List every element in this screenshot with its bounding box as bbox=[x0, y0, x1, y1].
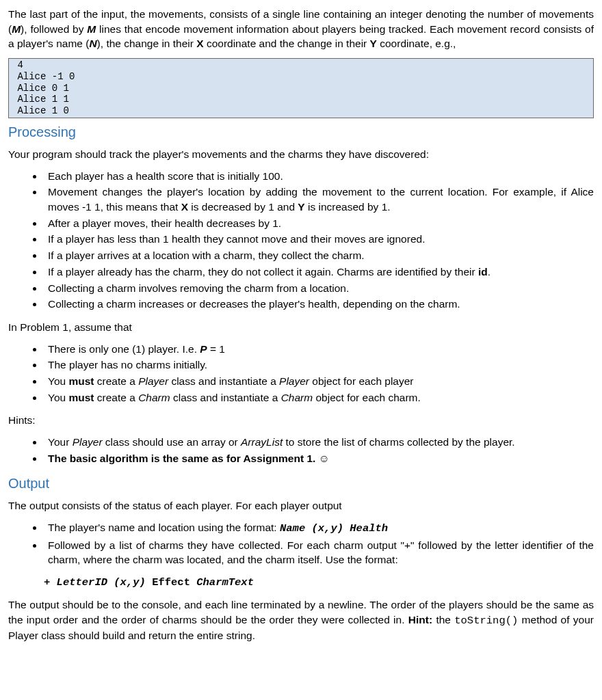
text: There is only one (1) player. I.e. bbox=[48, 343, 200, 355]
list-item: There is only one (1) player. I.e. P = 1 bbox=[44, 342, 594, 357]
output-intro: The output consists of the status of eac… bbox=[8, 498, 594, 513]
hints-list: Your Player class should use an array or… bbox=[8, 435, 594, 466]
problem1-list: There is only one (1) player. I.e. P = 1… bbox=[8, 342, 594, 405]
heading-processing: Processing bbox=[8, 122, 594, 142]
text: If a player already has the charm, they … bbox=[48, 266, 478, 278]
format-line: + LetterID (x,y) Effect CharmText bbox=[44, 576, 594, 591]
output-footer: The output should be to the console, and… bbox=[8, 597, 594, 643]
inline-tostring: toString() bbox=[454, 615, 518, 627]
param-y: Y bbox=[370, 38, 377, 49]
code-example-movements: 4 Alice -1 0 Alice 0 1 Alice 1 1 Alice 1… bbox=[8, 58, 594, 118]
hints-label: Hints: bbox=[8, 413, 594, 428]
text: You bbox=[48, 375, 68, 387]
param-m: M bbox=[12, 23, 21, 35]
param-m: M bbox=[87, 23, 96, 35]
inline-must: must bbox=[68, 392, 94, 403]
text: create a bbox=[94, 375, 139, 387]
text: coordinate, e.g., bbox=[377, 38, 456, 49]
list-item: The player has no charms initially. bbox=[44, 358, 594, 373]
inline-id: id bbox=[478, 266, 488, 278]
list-item: After a player moves, their health decre… bbox=[44, 216, 594, 231]
text: to store the list of charms collected by… bbox=[283, 436, 514, 448]
processing-intro: Your program should track the player's m… bbox=[8, 147, 594, 162]
list-item: Your Player class should use an array or… bbox=[44, 435, 594, 450]
text: create a bbox=[94, 392, 139, 403]
inline-charm: Charm bbox=[281, 392, 313, 403]
text: coordinate and the change in their bbox=[204, 38, 370, 49]
list-item: You must create a Player class and insta… bbox=[44, 374, 594, 389]
text: class and instantiate a bbox=[170, 392, 281, 403]
inline-must: must bbox=[68, 375, 94, 387]
inline-y: Y bbox=[298, 201, 304, 213]
inline-charm: Charm bbox=[138, 392, 170, 403]
list-item: Movement changes the player's location b… bbox=[44, 185, 594, 214]
text: The basic algorithm is the same as for A… bbox=[48, 453, 319, 464]
list-item: If a player arrives at a location with a… bbox=[44, 248, 594, 263]
output-list: The player's name and location using the… bbox=[8, 520, 594, 567]
list-item: Collecting a charm increases or decrease… bbox=[44, 297, 594, 312]
text: . bbox=[488, 266, 490, 278]
inline-player: Player bbox=[138, 375, 168, 387]
smile-icon: ☺ bbox=[319, 453, 330, 464]
list-item: Each player has a health score that is i… bbox=[44, 169, 594, 184]
processing-list: Each player has a health score that is i… bbox=[8, 169, 594, 312]
text: the bbox=[432, 614, 454, 625]
format-spec: Name (x,y) Health bbox=[280, 522, 388, 535]
text: ), the change in their bbox=[97, 38, 197, 49]
param-x: X bbox=[196, 38, 203, 49]
text: object for each charm. bbox=[313, 392, 421, 403]
text: is increased by 1. bbox=[305, 201, 391, 213]
list-item: Followed by a list of charms they have c… bbox=[44, 538, 594, 567]
list-item: The player's name and location using the… bbox=[44, 520, 594, 537]
list-item: The basic algorithm is the same as for A… bbox=[44, 451, 594, 466]
inline-arraylist: ArrayList bbox=[241, 436, 283, 448]
text: is decreased by 1 and bbox=[188, 201, 298, 213]
list-item: If a player has less than 1 health they … bbox=[44, 232, 594, 247]
inline-x: X bbox=[181, 201, 188, 213]
list-item: If a player already has the charm, they … bbox=[44, 265, 594, 280]
fmt-prefix: + LetterID (x,y) bbox=[44, 576, 152, 589]
inline-p: P bbox=[200, 343, 207, 355]
text: object for each player bbox=[309, 375, 414, 387]
problem1-intro: In Problem 1, assume that bbox=[8, 320, 594, 335]
text: = 1 bbox=[207, 343, 225, 355]
fmt-charm: CharmText bbox=[190, 576, 254, 589]
inline-player: Player bbox=[73, 436, 103, 448]
inline-player: Player bbox=[279, 375, 309, 387]
list-item: You must create a Charm class and instan… bbox=[44, 390, 594, 405]
heading-output: Output bbox=[8, 474, 594, 493]
text: Your bbox=[48, 436, 73, 448]
text: class should use an array or bbox=[103, 436, 241, 448]
intro-paragraph: The last part of the input, the movement… bbox=[8, 7, 594, 51]
fmt-effect: Effect bbox=[152, 576, 190, 589]
inline-hint: Hint: bbox=[408, 614, 432, 625]
param-n: N bbox=[89, 38, 96, 49]
text: ), followed by bbox=[21, 23, 87, 35]
text: The player's name and location using the… bbox=[48, 522, 280, 533]
list-item: Collecting a charm involves removing the… bbox=[44, 281, 594, 296]
text: You bbox=[48, 392, 68, 403]
text: class and instantiate a bbox=[168, 375, 279, 387]
